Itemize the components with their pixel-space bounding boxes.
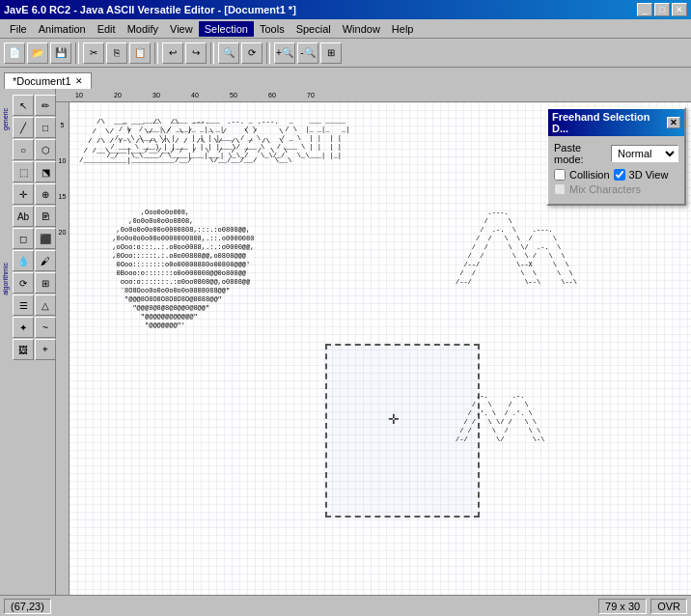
path-tool[interactable]: ⌖ bbox=[35, 339, 56, 360]
toolbar-sep-1 bbox=[75, 42, 79, 64]
ascii-art-bottom-right: .-. .-. / \ / \ / .'. \ / .'. \ / / \ \/… bbox=[456, 392, 544, 444]
minimize-button[interactable]: _ bbox=[637, 3, 652, 16]
mix-characters-checkbox[interactable] bbox=[554, 183, 566, 195]
canvas-area: 10 20 30 40 50 60 70 5 10 15 20 /\ ___ _… bbox=[56, 89, 691, 595]
smudge-tool[interactable]: ~ bbox=[35, 317, 56, 338]
freehand-selection-dialog: Freehand Selection D... ✕ Paste mode: No… bbox=[546, 107, 686, 206]
toolbar-sep-3 bbox=[210, 42, 214, 64]
title-bar: JavE 6.0 RC2 - Java ASCII Versatile Edit… bbox=[0, 0, 691, 19]
stamp-tool[interactable]: 🖹 bbox=[35, 206, 56, 227]
tab-close-icon[interactable]: ✕ bbox=[75, 76, 83, 86]
grid-background: /\ ___ ___ /\ /\ .--. .--. .---. / \/ Y … bbox=[69, 102, 691, 595]
image-tool[interactable]: 🖼 bbox=[13, 339, 34, 360]
find-button[interactable]: 🔍 bbox=[218, 42, 239, 64]
copy-button[interactable]: ⎘ bbox=[106, 42, 127, 64]
view-3d-checkbox[interactable] bbox=[614, 169, 625, 181]
fill-tool[interactable]: ⬛ bbox=[35, 228, 56, 249]
main-area: generic algorithmic ↖ ✏ ╱ □ ○ ⬡ ⬚ ⬔ ✛ ⊕ bbox=[0, 89, 691, 595]
collision-row: Collision 3D View bbox=[554, 169, 678, 181]
algorithmic-label: algorithmic bbox=[2, 263, 9, 295]
tab-label: *Document1 bbox=[13, 75, 71, 87]
redo-button[interactable]: ↪ bbox=[185, 42, 207, 64]
new-button[interactable]: 📄 bbox=[4, 42, 25, 64]
view-3d-label: 3D View bbox=[629, 169, 669, 181]
paint-tool[interactable]: 🖌 bbox=[35, 250, 56, 271]
grid-tool[interactable]: ⊞ bbox=[35, 272, 56, 294]
left-toolbar: generic algorithmic ↖ ✏ ╱ □ ○ ⬡ ⬚ ⬔ ✛ ⊕ bbox=[0, 89, 56, 595]
size-status: 79 x 30 bbox=[598, 599, 647, 614]
paste-mode-row: Paste mode: Normal Overlay Transparent bbox=[554, 142, 678, 165]
collision-checkbox[interactable] bbox=[554, 169, 566, 181]
ruler-vertical: 5 10 15 20 bbox=[56, 102, 69, 595]
move-cursor: ✛ bbox=[388, 411, 400, 427]
maximize-button[interactable]: □ bbox=[654, 3, 670, 16]
ascii-art-right: .---. / \ / .-. \ .---. / / \ \ / \ / / … bbox=[456, 209, 577, 287]
menu-window[interactable]: Window bbox=[337, 21, 386, 37]
zoom-tool[interactable]: ⊕ bbox=[35, 183, 56, 205]
ellipse-tool[interactable]: ○ bbox=[13, 139, 34, 160]
tab-bar: *Document1 ✕ bbox=[0, 68, 691, 89]
menu-edit[interactable]: Edit bbox=[92, 21, 122, 37]
transform-tool[interactable]: ⟳ bbox=[13, 272, 34, 294]
paste-button[interactable]: 📋 bbox=[129, 42, 151, 64]
menu-tools[interactable]: Tools bbox=[254, 21, 290, 37]
dialog-body: Paste mode: Normal Overlay Transparent C… bbox=[548, 136, 684, 204]
menu-help[interactable]: Help bbox=[386, 21, 420, 37]
text-tool[interactable]: Ab bbox=[13, 206, 34, 227]
window-controls: _ □ ✕ bbox=[637, 3, 687, 16]
paste-mode-select[interactable]: Normal Overlay Transparent bbox=[611, 145, 678, 162]
magic-select-tool[interactable]: ✦ bbox=[13, 317, 34, 338]
shape-tool[interactable]: △ bbox=[35, 294, 56, 316]
paste-mode-label: Paste mode: bbox=[554, 142, 607, 165]
close-button[interactable]: ✕ bbox=[672, 3, 687, 16]
select-free-tool[interactable]: ⬔ bbox=[35, 161, 56, 182]
status-bar: (67,23) 79 x 30 OVR bbox=[0, 595, 691, 616]
generic-label: generic bbox=[2, 108, 9, 130]
menu-selection[interactable]: Selection bbox=[199, 21, 254, 37]
canvas-content[interactable]: /\ ___ ___ /\ /\ .--. .--. .---. / \/ Y … bbox=[69, 102, 691, 595]
move-tool[interactable]: ✛ bbox=[13, 183, 34, 205]
freehand-tool[interactable]: ✏ bbox=[35, 95, 56, 116]
ruler-horizontal: 10 20 30 40 50 60 70 bbox=[56, 89, 691, 102]
menu-view[interactable]: View bbox=[164, 21, 199, 37]
fit-button[interactable]: ⊞ bbox=[320, 42, 342, 64]
main-toolbar: 📄 📂 💾 ✂ ⎘ 📋 ↩ ↪ 🔍 ⟳ +🔍 -🔍 ⊞ bbox=[0, 39, 691, 68]
save-button[interactable]: 💾 bbox=[50, 42, 71, 64]
undo-button[interactable]: ↩ bbox=[162, 42, 183, 64]
dialog-title-bar[interactable]: Freehand Selection D... ✕ bbox=[548, 109, 684, 136]
layer-tool[interactable]: ☰ bbox=[13, 294, 34, 316]
toolbar-sep-4 bbox=[266, 42, 270, 64]
replace-button[interactable]: ⟳ bbox=[241, 42, 263, 64]
coords-status: (67,23) bbox=[4, 599, 51, 614]
arrow-tool[interactable]: ↖ bbox=[13, 95, 34, 116]
open-button[interactable]: 📂 bbox=[27, 42, 48, 64]
rect-tool[interactable]: □ bbox=[35, 117, 56, 138]
menu-modify[interactable]: Modify bbox=[122, 21, 164, 37]
ascii-art-logo: _ ____ ____ ___ ___ _ _ ___ _____ / \ / … bbox=[98, 117, 349, 160]
menu-file[interactable]: File bbox=[4, 21, 33, 37]
mix-characters-row: Mix Characters bbox=[554, 183, 678, 195]
window-title: JavE 6.0 RC2 - Java ASCII Versatile Edit… bbox=[4, 4, 296, 15]
eyedropper-tool[interactable]: 💧 bbox=[13, 250, 34, 271]
menu-bar: File Animation Edit Modify View Selectio… bbox=[0, 19, 691, 39]
select-rect-tool[interactable]: ⬚ bbox=[13, 161, 34, 182]
line-tool[interactable]: ╱ bbox=[13, 117, 34, 138]
menu-animation[interactable]: Animation bbox=[33, 21, 92, 37]
collision-label: Collision bbox=[569, 169, 610, 181]
dialog-title-text: Freehand Selection D... bbox=[552, 111, 667, 134]
dialog-close-button[interactable]: ✕ bbox=[667, 117, 680, 128]
cut-button[interactable]: ✂ bbox=[83, 42, 104, 64]
mode-status: OVR bbox=[650, 599, 687, 614]
mix-characters-label: Mix Characters bbox=[569, 183, 641, 195]
polygon-tool[interactable]: ⬡ bbox=[35, 139, 56, 160]
ascii-art-main: ,Ooo0o0o008, ,0o0o0o0o0o0808, ,0o0o0o0o0… bbox=[84, 209, 254, 330]
zoom-in-button[interactable]: +🔍 bbox=[274, 42, 295, 64]
toolbar-sep-2 bbox=[154, 42, 158, 64]
zoom-out-button[interactable]: -🔍 bbox=[297, 42, 318, 64]
eraser-tool[interactable]: ◻ bbox=[13, 228, 34, 249]
document-tab[interactable]: *Document1 ✕ bbox=[4, 72, 92, 89]
menu-special[interactable]: Special bbox=[290, 21, 337, 37]
